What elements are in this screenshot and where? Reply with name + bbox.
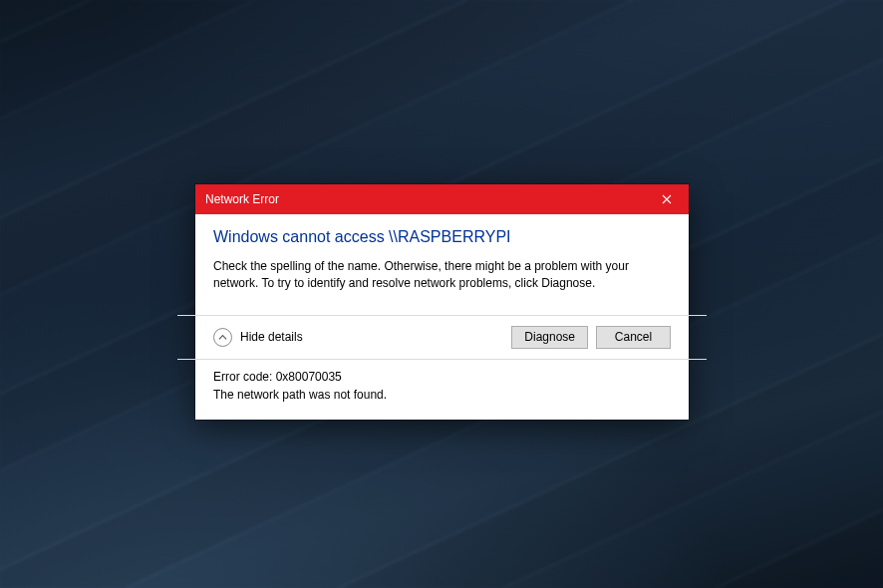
cancel-button[interactable]: Cancel bbox=[596, 326, 671, 349]
window-title: Network Error bbox=[205, 192, 644, 206]
close-button[interactable] bbox=[644, 184, 689, 214]
details-panel: Error code: 0x80070035 The network path … bbox=[195, 360, 689, 420]
error-message: Check the spelling of the name. Otherwis… bbox=[213, 258, 671, 293]
error-headline: Windows cannot access \\RASPBERRYPI bbox=[213, 228, 671, 246]
hide-details-toggle[interactable]: Hide details bbox=[213, 328, 303, 347]
dialog-body: Windows cannot access \\RASPBERRYPI Chec… bbox=[195, 214, 689, 315]
desktop-background: Network Error Windows cannot access \\RA… bbox=[0, 0, 883, 588]
controls-row: Hide details Diagnose Cancel bbox=[195, 316, 689, 359]
error-dialog: Network Error Windows cannot access \\RA… bbox=[195, 184, 689, 420]
error-description: The network path was not found. bbox=[213, 386, 671, 404]
titlebar[interactable]: Network Error bbox=[195, 184, 689, 214]
chevron-up-icon bbox=[213, 328, 232, 347]
hide-details-label: Hide details bbox=[240, 330, 303, 344]
error-code: Error code: 0x80070035 bbox=[213, 368, 671, 386]
close-icon bbox=[662, 194, 672, 204]
diagnose-button[interactable]: Diagnose bbox=[511, 326, 588, 349]
